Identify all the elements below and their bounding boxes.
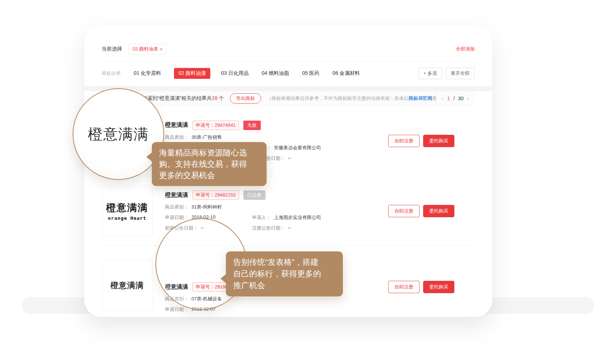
expand-all-button[interactable]: 展开全部 [446,68,475,79]
application-number-tag: 申请号：29474941 [192,121,239,130]
clear-all-link[interactable]: 全部清除 [456,46,475,52]
category-item-06[interactable]: 06 金属材料 [332,70,360,77]
trademark-image-text: 橙意满满 [110,280,144,291]
self-register-button[interactable]: 自助注册 [388,281,420,293]
category-bar-label: 商标分类 [102,70,121,77]
category-item-03[interactable]: 03 日化用品 [221,70,248,77]
pagination: ‹ 1 / 30 › [436,91,475,106]
category-bar: 商标分类 01 化学原料 02 颜料油漆 03 日化用品 04 燃料油脂 05 … [102,67,475,80]
selected-filter-tag[interactable]: 02 颜料油漆 × [129,44,167,54]
category-item-05[interactable]: 05 医药 [302,70,319,77]
trademark-image: 橙意满满 orange Heart [102,186,153,236]
remove-filter-icon[interactable]: × [160,46,163,52]
category-item-04[interactable]: 04 燃料油脂 [262,70,289,77]
trademark-image: 橙意满满 [102,260,153,311]
applicant: 上海雨步实业有限公司 [274,214,321,221]
magnifier-circle: 橙意满满 [73,88,164,180]
section-gap [84,86,492,91]
divider [102,61,475,61]
trademark-office-link[interactable]: 商标局官网 [409,96,432,101]
selected-filter-tag-label: 02 颜料油漆 [133,46,158,52]
callout-bubble: 海量精品商标资源随心选 购。支持在线交易，获得 更多的交易机会 [152,142,267,186]
trademark-name: 橙意满满 [165,121,188,129]
status-badge: 已注册 [243,190,266,200]
page: 当前选择 02 颜料油漆 × 全部清除 商标分类 01 化学原料 02 颜料油漆… [0,0,616,364]
magnified-trademark-text: 橙意满满 [88,124,149,144]
results-count: 28 [212,95,218,101]
results-header: 为您在全部分类下检索到“橙意满满”相关的结果共28 个 导出商标 （商标检索结果… [102,91,475,106]
current-selection-bar: 当前选择 02 颜料油漆 × 全部清除 [102,44,475,54]
self-register-button[interactable]: 自助注册 [388,135,420,147]
multi-select-button[interactable]: + 多选 [418,68,442,79]
status-badge: 无效 [243,121,261,130]
total-pages: 30 [458,96,464,101]
self-register-button[interactable]: 自助注册 [388,205,420,217]
current-page: 1 [447,96,450,101]
current-selection-label: 当前选择 [102,46,122,52]
category-item-01[interactable]: 01 化学原料 [134,70,161,77]
table-row: 橙意满满 orange Heart 橙意满满 申请号：29482153 已注册 … [102,176,475,246]
entrust-purchase-button[interactable]: 委托购买 [423,205,454,217]
disclaimer-text: （商标检索结果仅供参考，不作为商标能否注册的法律依据；具体以商标局官网查询为准。… [267,95,436,102]
entrust-purchase-button[interactable]: 委托购买 [423,281,454,293]
category-item-02-selected[interactable]: 02 颜料油漆 [174,68,210,79]
next-page-icon[interactable]: › [467,95,469,102]
entrust-purchase-button[interactable]: 委托购买 [423,135,454,147]
goods-category: 35类-广告销售 [191,134,222,141]
export-trademark-button[interactable]: 导出商标 [230,93,261,104]
applicant: 安徽美达会展有限公司 [274,145,321,151]
prev-page-icon[interactable]: ‹ [442,95,444,102]
trademark-image-subtext: orange Heart [108,215,146,221]
callout-bubble: 告别传统“发表格”，搭建 自己的标行，获得更多的 推广机会 [226,251,343,296]
trademark-name: 橙意满满 [165,191,188,199]
trademark-image-text: 橙意满满 [106,201,148,214]
goods-category: 31类-饲料种籽 [191,204,222,210]
application-number-tag: 申请号：29482153 [192,190,239,200]
